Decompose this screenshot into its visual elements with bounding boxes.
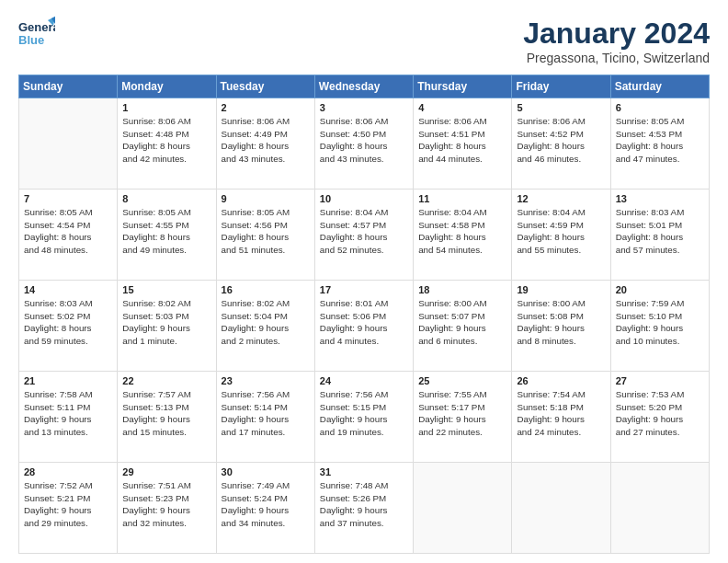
calendar-cell: 13Sunrise: 8:03 AMSunset: 5:01 PMDayligh… bbox=[610, 190, 709, 281]
day-header-monday: Monday bbox=[118, 75, 216, 98]
day-info: Sunrise: 8:05 AMSunset: 4:55 PMDaylight:… bbox=[122, 206, 210, 257]
day-number: 21 bbox=[24, 375, 112, 386]
day-info: Sunrise: 8:05 AMSunset: 4:56 PMDaylight:… bbox=[222, 206, 310, 257]
subtitle: Pregassona, Ticino, Switzerland bbox=[523, 51, 710, 65]
calendar-cell: 10Sunrise: 8:04 AMSunset: 4:57 PMDayligh… bbox=[314, 190, 413, 281]
week-row-3: 14Sunrise: 8:03 AMSunset: 5:02 PMDayligh… bbox=[19, 281, 710, 372]
calendar-cell: 20Sunrise: 7:59 AMSunset: 5:10 PMDayligh… bbox=[610, 281, 709, 372]
day-number: 23 bbox=[222, 375, 310, 386]
day-header-thursday: Thursday bbox=[414, 75, 512, 98]
day-info: Sunrise: 7:49 AMSunset: 5:24 PMDaylight:… bbox=[222, 479, 310, 530]
day-info: Sunrise: 8:04 AMSunset: 4:57 PMDaylight:… bbox=[320, 206, 408, 257]
day-info: Sunrise: 8:05 AMSunset: 4:54 PMDaylight:… bbox=[24, 206, 112, 257]
day-header-friday: Friday bbox=[512, 75, 610, 98]
day-number: 1 bbox=[122, 102, 210, 113]
day-number: 3 bbox=[320, 102, 408, 113]
day-number: 5 bbox=[517, 102, 605, 113]
day-info: Sunrise: 8:06 AMSunset: 4:48 PMDaylight:… bbox=[122, 115, 210, 166]
calendar-body: 1Sunrise: 8:06 AMSunset: 4:48 PMDaylight… bbox=[19, 98, 710, 554]
day-info: Sunrise: 7:52 AMSunset: 5:21 PMDaylight:… bbox=[24, 479, 112, 530]
week-row-1: 1Sunrise: 8:06 AMSunset: 4:48 PMDaylight… bbox=[19, 98, 710, 190]
title-block: January 2024 Pregassona, Ticino, Switzer… bbox=[523, 17, 710, 65]
calendar-cell: 18Sunrise: 8:00 AMSunset: 5:07 PMDayligh… bbox=[414, 281, 512, 372]
day-number: 14 bbox=[24, 284, 112, 295]
day-number: 18 bbox=[418, 284, 506, 295]
calendar-cell: 9Sunrise: 8:05 AMSunset: 4:56 PMDaylight… bbox=[216, 190, 314, 281]
day-info: Sunrise: 8:04 AMSunset: 4:58 PMDaylight:… bbox=[418, 206, 506, 257]
day-info: Sunrise: 8:00 AMSunset: 5:08 PMDaylight:… bbox=[517, 297, 605, 348]
calendar-header: SundayMondayTuesdayWednesdayThursdayFrid… bbox=[19, 75, 710, 98]
day-header-tuesday: Tuesday bbox=[216, 75, 314, 98]
day-number: 8 bbox=[122, 193, 210, 204]
day-info: Sunrise: 7:53 AMSunset: 5:20 PMDaylight:… bbox=[616, 388, 704, 439]
calendar-cell: 6Sunrise: 8:05 AMSunset: 4:53 PMDaylight… bbox=[610, 98, 709, 190]
calendar-cell: 29Sunrise: 7:51 AMSunset: 5:23 PMDayligh… bbox=[118, 463, 216, 554]
day-info: Sunrise: 8:06 AMSunset: 4:52 PMDaylight:… bbox=[517, 115, 605, 166]
day-number: 30 bbox=[222, 466, 310, 477]
calendar-cell bbox=[512, 463, 610, 554]
calendar-cell: 4Sunrise: 8:06 AMSunset: 4:51 PMDaylight… bbox=[414, 98, 512, 190]
day-number: 29 bbox=[122, 466, 210, 477]
calendar-cell: 14Sunrise: 8:03 AMSunset: 5:02 PMDayligh… bbox=[19, 281, 118, 372]
day-info: Sunrise: 8:03 AMSunset: 5:02 PMDaylight:… bbox=[24, 297, 112, 348]
week-row-4: 21Sunrise: 7:58 AMSunset: 5:11 PMDayligh… bbox=[19, 372, 710, 463]
day-number: 24 bbox=[320, 375, 408, 386]
day-info: Sunrise: 8:06 AMSunset: 4:49 PMDaylight:… bbox=[222, 115, 310, 166]
day-info: Sunrise: 7:58 AMSunset: 5:11 PMDaylight:… bbox=[24, 388, 112, 439]
calendar-cell: 25Sunrise: 7:55 AMSunset: 5:17 PMDayligh… bbox=[414, 372, 512, 463]
logo: General Blue bbox=[18, 17, 55, 50]
calendar-cell: 22Sunrise: 7:57 AMSunset: 5:13 PMDayligh… bbox=[118, 372, 216, 463]
calendar-cell: 19Sunrise: 8:00 AMSunset: 5:08 PMDayligh… bbox=[512, 281, 610, 372]
calendar-cell: 31Sunrise: 7:48 AMSunset: 5:26 PMDayligh… bbox=[314, 463, 413, 554]
calendar-cell: 30Sunrise: 7:49 AMSunset: 5:24 PMDayligh… bbox=[216, 463, 314, 554]
day-header-sunday: Sunday bbox=[19, 75, 118, 98]
day-info: Sunrise: 7:56 AMSunset: 5:15 PMDaylight:… bbox=[320, 388, 408, 439]
header: General Blue January 2024 Pregassona, Ti… bbox=[18, 17, 710, 65]
day-header-saturday: Saturday bbox=[610, 75, 709, 98]
calendar-cell: 2Sunrise: 8:06 AMSunset: 4:49 PMDaylight… bbox=[216, 98, 314, 190]
day-info: Sunrise: 8:04 AMSunset: 4:59 PMDaylight:… bbox=[517, 206, 605, 257]
day-number: 26 bbox=[517, 375, 605, 386]
day-number: 20 bbox=[616, 284, 704, 295]
day-number: 22 bbox=[122, 375, 210, 386]
day-info: Sunrise: 8:06 AMSunset: 4:50 PMDaylight:… bbox=[320, 115, 408, 166]
calendar-cell bbox=[610, 463, 709, 554]
day-number: 31 bbox=[320, 466, 408, 477]
day-number: 6 bbox=[616, 102, 704, 113]
calendar-cell: 15Sunrise: 8:02 AMSunset: 5:03 PMDayligh… bbox=[118, 281, 216, 372]
page: General Blue January 2024 Pregassona, Ti… bbox=[0, 0, 728, 563]
day-number: 7 bbox=[24, 193, 112, 204]
day-number: 15 bbox=[122, 284, 210, 295]
calendar-cell: 23Sunrise: 7:56 AMSunset: 5:14 PMDayligh… bbox=[216, 372, 314, 463]
day-number: 17 bbox=[320, 284, 408, 295]
day-number: 19 bbox=[517, 284, 605, 295]
day-number: 2 bbox=[222, 102, 310, 113]
day-number: 4 bbox=[418, 102, 506, 113]
calendar-cell: 26Sunrise: 7:54 AMSunset: 5:18 PMDayligh… bbox=[512, 372, 610, 463]
day-number: 11 bbox=[418, 193, 506, 204]
calendar: SundayMondayTuesdayWednesdayThursdayFrid… bbox=[18, 75, 710, 554]
calendar-cell: 16Sunrise: 8:02 AMSunset: 5:04 PMDayligh… bbox=[216, 281, 314, 372]
svg-text:General: General bbox=[18, 20, 55, 34]
day-number: 27 bbox=[616, 375, 704, 386]
week-row-2: 7Sunrise: 8:05 AMSunset: 4:54 PMDaylight… bbox=[19, 190, 710, 281]
day-info: Sunrise: 7:54 AMSunset: 5:18 PMDaylight:… bbox=[517, 388, 605, 439]
day-info: Sunrise: 8:02 AMSunset: 5:03 PMDaylight:… bbox=[122, 297, 210, 348]
day-number: 12 bbox=[517, 193, 605, 204]
day-number: 25 bbox=[418, 375, 506, 386]
day-header-wednesday: Wednesday bbox=[314, 75, 413, 98]
day-info: Sunrise: 8:03 AMSunset: 5:01 PMDaylight:… bbox=[616, 206, 704, 257]
calendar-cell: 12Sunrise: 8:04 AMSunset: 4:59 PMDayligh… bbox=[512, 190, 610, 281]
day-info: Sunrise: 7:48 AMSunset: 5:26 PMDaylight:… bbox=[320, 479, 408, 530]
svg-text:Blue: Blue bbox=[18, 33, 44, 47]
calendar-cell: 28Sunrise: 7:52 AMSunset: 5:21 PMDayligh… bbox=[19, 463, 118, 554]
day-info: Sunrise: 8:02 AMSunset: 5:04 PMDaylight:… bbox=[222, 297, 310, 348]
day-info: Sunrise: 8:05 AMSunset: 4:53 PMDaylight:… bbox=[616, 115, 704, 166]
day-number: 13 bbox=[616, 193, 704, 204]
day-number: 16 bbox=[222, 284, 310, 295]
week-row-5: 28Sunrise: 7:52 AMSunset: 5:21 PMDayligh… bbox=[19, 463, 710, 554]
calendar-cell bbox=[19, 98, 118, 190]
calendar-cell: 27Sunrise: 7:53 AMSunset: 5:20 PMDayligh… bbox=[610, 372, 709, 463]
day-info: Sunrise: 7:56 AMSunset: 5:14 PMDaylight:… bbox=[222, 388, 310, 439]
day-info: Sunrise: 8:06 AMSunset: 4:51 PMDaylight:… bbox=[418, 115, 506, 166]
